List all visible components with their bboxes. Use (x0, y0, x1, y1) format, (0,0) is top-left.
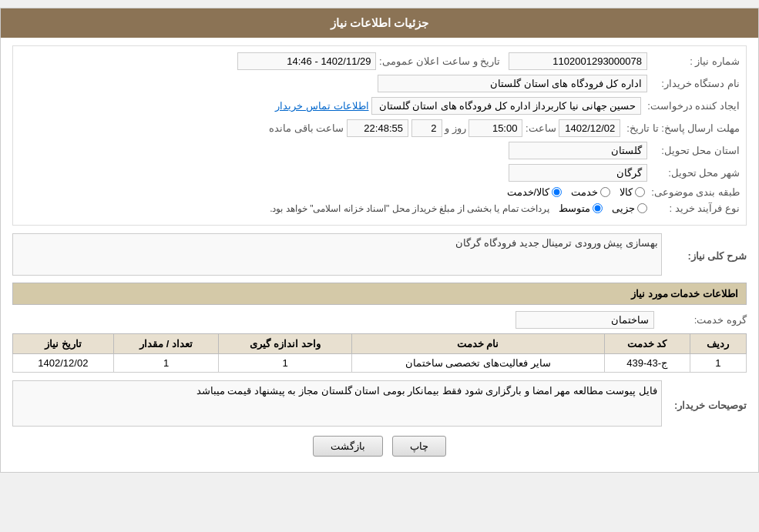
ostan-label: استان محل تحویل: (647, 145, 740, 156)
ostan-value: گلستان (509, 142, 647, 159)
radio-khadamat: خدمت (571, 186, 610, 198)
page-header: جزئیات اطلاعات نیاز (1, 8, 758, 38)
col-radif: ردیف (690, 334, 746, 354)
radio-kala-khadamat-label: کالا/خدمت (507, 186, 550, 198)
baghimande-value: 22:48:55 (347, 119, 408, 137)
namdastgah-value: اداره کل فرودگاه های استان گلستان (378, 75, 647, 92)
cell-kod: ج-43-439 (604, 354, 690, 373)
farayand-radios: جزیی متوسط پرداخت تمام یا بخشی از مبلغ خ… (270, 202, 647, 214)
cell-tarikh: 1402/12/02 (13, 354, 114, 373)
toseeh-box: فایل پیوست مطالعه مهر امضا و بارگزاری شو… (12, 380, 662, 427)
radio-kala-input[interactable] (635, 187, 645, 197)
btn-chap[interactable]: چاپ (392, 436, 446, 457)
cell-nam: سایر فعالیت‌های تخصصی ساختمان (351, 354, 604, 373)
radio-motavasset-input[interactable] (593, 203, 603, 213)
farayand-label: نوع فرآیند خرید : (647, 202, 740, 214)
table-row: 1ج-43-439سایر فعالیت‌های تخصصی ساختمان11… (13, 354, 747, 373)
tabaqe-label: طبقه بندی موضوعی: (645, 186, 740, 198)
mohlat-label: مهلت ارسال پاسخ: تا تاریخ: (620, 122, 740, 134)
shomare-niaz-label: شماره نیاز : (647, 55, 740, 67)
col-tedad: تعداد / مقدار (113, 334, 219, 354)
ettelaat-link[interactable]: اطلاعات تماس خریدار (275, 100, 368, 112)
col-tarikh: تاریخ نیاز (13, 334, 114, 354)
radio-motavasset: متوسط (559, 202, 603, 214)
row-sharh: شرح کلی نیاز: بهسازی پیش ورودی ترمینال ج… (12, 233, 747, 278)
col-nam: نام خدمت (351, 334, 604, 354)
sharh-textarea[interactable] (12, 233, 662, 276)
date-value: 1402/12/02 (559, 119, 620, 137)
buttons-row: چاپ بازگشت (12, 436, 747, 457)
cell-radif: 1 (690, 354, 746, 373)
radio-kala-label: کالا (620, 186, 633, 198)
tabaqe-radios: کالا خدمت کالا/خدمت (507, 186, 646, 198)
radio-kala: کالا (620, 186, 645, 198)
main-content: شماره نیاز : 1102001293000078 تاریخ و سا… (1, 38, 758, 472)
grohe-label: گروه خدمت: (654, 314, 747, 326)
toseeh-value: فایل پیوست مطالعه مهر امضا و بارگزاری شو… (196, 385, 657, 396)
shahr-label: شهر محل تحویل: (647, 167, 740, 179)
page-title: جزئیات اطلاعات نیاز (331, 16, 428, 29)
shomare-niaz-value: 1102001293000078 (509, 52, 647, 70)
row-toseeh: توصیحات خریدار: فایل پیوست مطالعه مهر ام… (12, 380, 747, 427)
table-header-row: ردیف کد خدمت نام خدمت واحد اندازه گیری ت… (13, 334, 747, 354)
namdastgah-label: نام دستگاه خریدار: (647, 78, 740, 89)
ijad-label: ایجاد کننده درخواست: (641, 100, 740, 112)
row-tabaqe: طبقه بندی موضوعی: کالا خدمت کالا/خدمت (19, 186, 740, 198)
radio-khadamat-label: خدمت (571, 186, 598, 198)
saat-value: 15:00 (468, 119, 522, 137)
cell-tedad: 1 (113, 354, 219, 373)
farayand-notice: پرداخت تمام یا بخشی از مبلغ خریداز محل "… (270, 203, 549, 214)
tarikh-label: تاریخ و ساعت اعلان عمومی: (379, 55, 500, 67)
rooz-value: 2 (411, 119, 442, 137)
shahr-value: گرگان (509, 164, 647, 182)
radio-kala-khadamat: کالا/خدمت (507, 186, 563, 198)
row-namdastgah: نام دستگاه خریدار: اداره کل فرودگاه های … (19, 75, 740, 92)
services-section-title: اطلاعات خدمات مورد نیاز (12, 283, 747, 305)
row-ostan: استان محل تحویل: گلستان (19, 142, 740, 159)
row-ijad: ایجاد کننده درخواست: حسین جهانی نیا کارب… (19, 97, 740, 115)
radio-motavasset-label: متوسط (559, 202, 590, 214)
row-mohlat: مهلت ارسال پاسخ: تا تاریخ: 1402/12/02 سا… (19, 119, 740, 137)
radio-kala-khadamat-input[interactable] (552, 187, 562, 197)
rooz-label: روز و (445, 122, 466, 134)
row-shahr: شهر محل تحویل: گرگان (19, 164, 740, 182)
page-wrapper: جزئیات اطلاعات نیاز شماره نیاز : 1102001… (0, 8, 759, 473)
toseeh-label: توصیحات خریدار: (662, 396, 747, 411)
baghimande-label: ساعت باقی مانده (269, 122, 344, 134)
cell-vahed: 1 (219, 354, 351, 373)
row-grohe: گروه خدمت: ساختمان (12, 311, 747, 329)
radio-jazee: جزیی (612, 202, 647, 214)
radio-khadamat-input[interactable] (600, 187, 610, 197)
btn-bazgasht[interactable]: بازگشت (313, 436, 383, 457)
row-shomare: شماره نیاز : 1102001293000078 تاریخ و سا… (19, 52, 740, 70)
services-table: ردیف کد خدمت نام خدمت واحد اندازه گیری ت… (12, 333, 747, 373)
form-section-top: شماره نیاز : 1102001293000078 تاریخ و سا… (12, 45, 747, 226)
ijad-value: حسین جهانی نیا کاربرداز اداره کل فرودگاه… (371, 97, 641, 115)
radio-jazee-label: جزیی (612, 202, 635, 214)
col-vahed: واحد اندازه گیری (219, 334, 351, 354)
tarikh-value: 1402/11/29 - 14:46 (237, 52, 376, 70)
grohe-value: ساختمان (516, 311, 654, 329)
saat-label: ساعت: (526, 122, 556, 134)
radio-jazee-input[interactable] (637, 203, 647, 213)
sharh-label: شرح کلی نیاز: (662, 250, 747, 262)
col-kod: کد خدمت (604, 334, 690, 354)
row-farayand: نوع فرآیند خرید : جزیی متوسط پرداخت تمام… (19, 202, 740, 214)
sharh-container: بهسازی پیش ورودی ترمینال جدید فرودگاه گر… (12, 233, 662, 278)
